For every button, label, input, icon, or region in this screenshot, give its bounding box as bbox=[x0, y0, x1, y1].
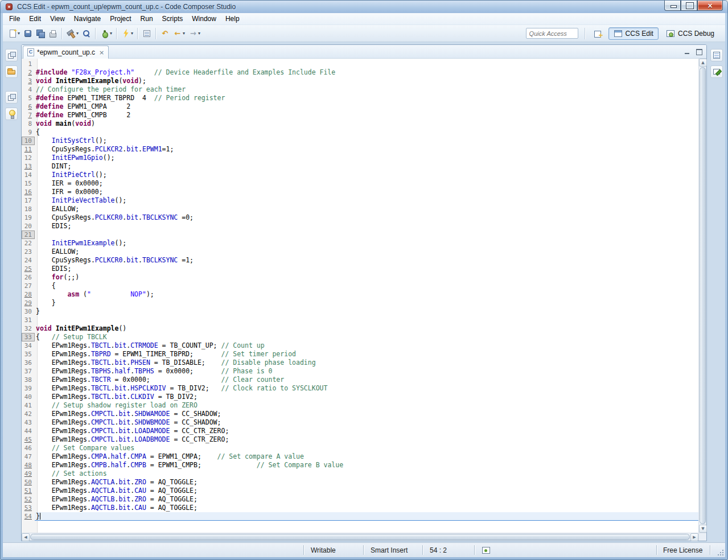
maximize-button[interactable] bbox=[681, 1, 697, 11]
new-button[interactable]: ▾ bbox=[6, 27, 22, 40]
back-button[interactable]: ←▾ bbox=[171, 27, 187, 40]
code-line[interactable]: 33{ // Setup TBCLK bbox=[22, 333, 698, 341]
restore-view-2-button[interactable] bbox=[5, 91, 18, 104]
minimize-button[interactable] bbox=[664, 1, 681, 11]
code-line[interactable]: 19 CpuSysRegs.PCLKCR0.bit.TBCLKSYNC =0; bbox=[22, 213, 698, 222]
resize-grip[interactable] bbox=[717, 549, 724, 556]
code-line[interactable]: 18 EALLOW; bbox=[22, 205, 698, 213]
code-line[interactable]: 14 InitPieCtrl(); bbox=[22, 171, 698, 179]
scroll-right-button[interactable]: ▶ bbox=[690, 533, 698, 541]
perspective-ccs-debug[interactable]: CCS Debug bbox=[661, 27, 719, 40]
dropdown-caret-icon[interactable]: ▾ bbox=[131, 31, 133, 36]
forward-button[interactable]: →▾ bbox=[187, 27, 202, 40]
vertical-scrollbar[interactable]: ▲ ▼ bbox=[698, 59, 706, 533]
search-button[interactable] bbox=[80, 27, 93, 40]
editor-tab[interactable]: *epwm_count_up.c × bbox=[23, 46, 109, 59]
save-all-button[interactable] bbox=[34, 27, 47, 40]
build-button[interactable]: ▾ bbox=[65, 27, 80, 40]
code-line[interactable]: 20 EDIS; bbox=[22, 222, 698, 230]
tab-close-icon[interactable]: × bbox=[99, 49, 104, 56]
code-line[interactable]: 32void InitEPwm1Example() bbox=[22, 324, 698, 333]
code-line[interactable]: 40 EPwm1Regs.TBCTL.bit.CLKDIV = TB_DIV2; bbox=[22, 393, 698, 401]
code-line[interactable]: 37 EPwm1Regs.TBPHS.half.TBPHS = 0x0000; … bbox=[22, 367, 698, 376]
code-line[interactable]: 30} bbox=[22, 307, 698, 316]
project-explorer-button[interactable] bbox=[5, 65, 18, 78]
code-line[interactable]: 28 asm (" NOP"); bbox=[22, 290, 698, 299]
code-line[interactable]: 38 EPwm1Regs.TBCTR = 0x0000; // Clear co… bbox=[22, 376, 698, 384]
code-line[interactable]: 4// Configure the period for each timer bbox=[22, 85, 698, 94]
code-line[interactable]: 13 DINT; bbox=[22, 162, 698, 171]
code-line[interactable]: 21 bbox=[22, 230, 698, 239]
scroll-down-button[interactable]: ▼ bbox=[699, 525, 707, 533]
code-line[interactable]: 36 EPwm1Regs.TBCTL.bit.PHSEN = TB_DISABL… bbox=[22, 359, 698, 367]
menu-navigate[interactable]: Navigate bbox=[69, 13, 105, 24]
menu-edit[interactable]: Edit bbox=[24, 13, 46, 24]
code-line[interactable]: 7#define EPWM1_CMPB 2 bbox=[22, 111, 698, 120]
minimize-editor-icon[interactable] bbox=[682, 47, 692, 56]
menu-file[interactable]: File bbox=[5, 13, 24, 24]
code-line[interactable]: 17 InitPieVectTable(); bbox=[22, 196, 698, 205]
code-line[interactable]: 54} bbox=[22, 512, 698, 521]
code-line[interactable]: 47 EPwm1Regs.CMPA.half.CMPA = EPWM1_CMPA… bbox=[22, 452, 698, 461]
menu-project[interactable]: Project bbox=[105, 13, 135, 24]
close-button[interactable]: × bbox=[697, 1, 723, 11]
code-line[interactable]: 2#include "F28x_Project.h" // Device Hea… bbox=[22, 68, 698, 77]
dropdown-caret-icon[interactable]: ▾ bbox=[18, 31, 20, 36]
code-line[interactable]: 46 // Set Compare values bbox=[22, 444, 698, 452]
views-button[interactable] bbox=[710, 65, 723, 78]
dropdown-caret-icon[interactable]: ▾ bbox=[76, 31, 79, 36]
code-line[interactable]: 12 InitEPwm1Gpio(); bbox=[22, 154, 698, 162]
vertical-scrollbar-thumb[interactable] bbox=[700, 67, 706, 524]
code-line[interactable]: 25 EDIS; bbox=[22, 265, 698, 273]
code-line[interactable]: 8void main(void) bbox=[22, 120, 698, 128]
code-line[interactable]: 9{ bbox=[22, 128, 698, 137]
quick-access-input[interactable] bbox=[526, 28, 578, 39]
dropdown-caret-icon[interactable]: ▾ bbox=[110, 31, 112, 36]
menu-help[interactable]: Help bbox=[221, 13, 244, 24]
code-line[interactable]: 34 EPwm1Regs.TBCTL.bit.CTRMODE = TB_COUN… bbox=[22, 341, 698, 350]
horizontal-scrollbar-thumb[interactable] bbox=[30, 534, 690, 540]
code-line[interactable]: 27 { bbox=[22, 282, 698, 290]
code-line[interactable]: 16 IFR = 0x0000; bbox=[22, 188, 698, 196]
horizontal-scrollbar[interactable]: ◀ ▶ bbox=[22, 533, 698, 541]
maximize-editor-icon[interactable] bbox=[694, 47, 704, 56]
code-line[interactable]: 24 CpuSysRegs.PCLKCR0.bit.TBCLKSYNC =1; bbox=[22, 256, 698, 265]
code-line[interactable]: 43 EPwm1Regs.CMPCTL.bit.SHDWBMODE = CC_S… bbox=[22, 418, 698, 427]
restore-view-button[interactable] bbox=[5, 49, 18, 61]
dropdown-caret-icon[interactable]: ▾ bbox=[198, 31, 200, 36]
debug-button[interactable]: ▾ bbox=[98, 27, 114, 40]
code-line[interactable]: 35 EPwm1Regs.TBPRD = EPWM1_TIMER_TBPRD; … bbox=[22, 350, 698, 359]
getting-started-button[interactable] bbox=[5, 108, 18, 120]
last-edit-location-button[interactable]: ↶ bbox=[159, 27, 171, 40]
code-line[interactable]: 10 InitSysCtrl(); bbox=[22, 137, 698, 145]
code-line[interactable]: 6#define EPWM1_CMPA 2 bbox=[22, 102, 698, 111]
code-line[interactable]: 31 bbox=[22, 316, 698, 324]
code-line[interactable]: 44 EPwm1Regs.CMPCTL.bit.LOADAMODE = CC_C… bbox=[22, 427, 698, 435]
code-line[interactable]: 42 EPwm1Regs.CMPCTL.bit.SHDWAMODE = CC_S… bbox=[22, 410, 698, 418]
code-line[interactable]: 3void InitEPwm1Example(void); bbox=[22, 77, 698, 85]
registers-button[interactable] bbox=[141, 27, 153, 40]
code-line[interactable]: 41 // Setup shadow register load on ZERO bbox=[22, 401, 698, 410]
menu-run[interactable]: Run bbox=[136, 13, 158, 24]
code-line[interactable]: 15 IER = 0x0000; bbox=[22, 179, 698, 188]
open-perspective-button[interactable] bbox=[592, 27, 604, 40]
code-line[interactable]: 49 // Set actions bbox=[22, 470, 698, 478]
status-window-button[interactable] bbox=[482, 543, 491, 557]
code-line[interactable]: 50 EPwm1Regs.AQCTLA.bit.ZRO = AQ_TOGGLE; bbox=[22, 478, 698, 487]
code-line[interactable]: 5#define EPWM1_TIMER_TBPRD 4 // Period r… bbox=[22, 94, 698, 102]
scroll-up-button[interactable]: ▲ bbox=[699, 59, 707, 67]
code-line[interactable]: 26 for(;;) bbox=[22, 273, 698, 282]
perspective-ccs-edit[interactable]: CCS Edit bbox=[608, 27, 659, 40]
print-button[interactable] bbox=[47, 27, 59, 40]
code-line[interactable]: 1 bbox=[22, 60, 698, 68]
scroll-left-button[interactable]: ◀ bbox=[22, 533, 30, 541]
code-line[interactable]: 11 CpuSysRegs.PCLKCR2.bit.EPWM1=1; bbox=[22, 145, 698, 154]
outline-button[interactable] bbox=[710, 49, 723, 61]
code-line[interactable]: 29 } bbox=[22, 299, 698, 307]
code-line[interactable]: 22 InitEPwm1Example(); bbox=[22, 239, 698, 248]
code-line[interactable]: 53 EPwm1Regs.AQCTLB.bit.CAU = AQ_TOGGLE; bbox=[22, 504, 698, 512]
menu-scripts[interactable]: Scripts bbox=[158, 13, 188, 24]
title-bar[interactable]: CCS Edit - epwm_count_up/epwm_count_up.c… bbox=[1, 1, 727, 13]
code-line[interactable]: 52 EPwm1Regs.AQCTLB.bit.ZRO = AQ_TOGGLE; bbox=[22, 495, 698, 504]
menu-view[interactable]: View bbox=[46, 13, 69, 24]
